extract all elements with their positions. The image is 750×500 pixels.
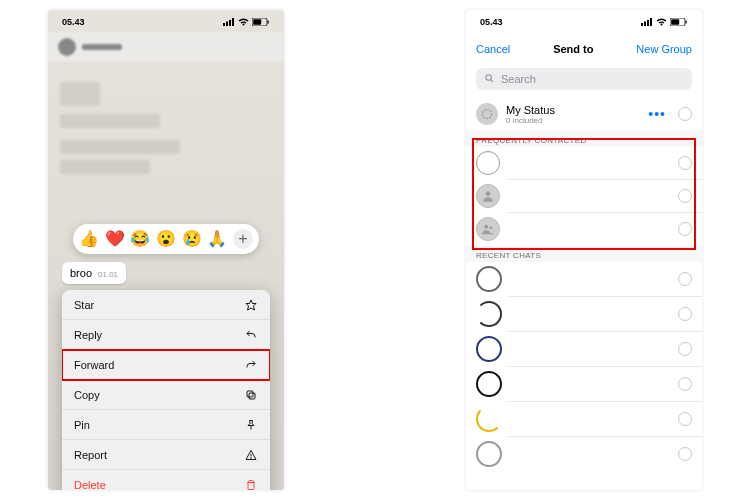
chat-row[interactable] — [466, 332, 702, 366]
copy-icon — [244, 388, 258, 402]
reaction-laugh[interactable]: 😂 — [130, 231, 150, 247]
chat-radio[interactable] — [678, 307, 692, 321]
contact-row[interactable] — [466, 180, 702, 212]
avatar — [476, 266, 502, 292]
menu-star[interactable]: Star — [62, 290, 270, 320]
avatar — [476, 301, 502, 327]
contact-radio[interactable] — [678, 156, 692, 170]
svg-rect-19 — [671, 19, 679, 25]
wifi-icon — [656, 18, 667, 26]
nav-bar: Cancel Send to New Group — [466, 34, 702, 64]
reaction-more-icon[interactable]: + — [233, 229, 253, 249]
menu-copy[interactable]: Copy — [62, 380, 270, 410]
menu-delete[interactable]: Delete — [62, 470, 270, 490]
reaction-sad[interactable]: 😢 — [182, 231, 202, 247]
reaction-bar: 👍 ❤️ 😂 😮 😢 🙏 + — [73, 224, 259, 254]
chat-row[interactable] — [466, 297, 702, 331]
message-text: broo — [70, 267, 92, 279]
menu-star-label: Star — [74, 299, 94, 311]
svg-rect-13 — [248, 483, 254, 490]
menu-forward-label: Forward — [74, 359, 114, 371]
contact-radio[interactable] — [678, 222, 692, 236]
chat-radio[interactable] — [678, 342, 692, 356]
context-menu: Star Reply Forward Copy Pin Report — [62, 290, 270, 490]
svg-rect-14 — [641, 23, 643, 26]
chat-radio[interactable] — [678, 412, 692, 426]
svg-rect-5 — [253, 19, 261, 25]
menu-report[interactable]: Report — [62, 440, 270, 470]
search-placeholder: Search — [501, 73, 536, 85]
svg-rect-16 — [647, 20, 649, 26]
avatar — [476, 217, 500, 241]
wifi-icon — [238, 18, 249, 26]
avatar — [476, 151, 500, 175]
avatar — [476, 184, 500, 208]
svg-rect-8 — [249, 393, 255, 399]
svg-point-12 — [251, 457, 252, 458]
svg-point-24 — [486, 191, 491, 196]
svg-rect-20 — [686, 21, 687, 24]
new-group-button[interactable]: New Group — [636, 43, 692, 55]
svg-line-22 — [491, 79, 493, 81]
cellular-icon — [641, 18, 653, 26]
status-time: 05.43 — [480, 17, 503, 27]
menu-reply[interactable]: Reply — [62, 320, 270, 350]
cancel-button[interactable]: Cancel — [476, 43, 510, 55]
status-bar: 05.43 — [48, 10, 284, 34]
battery-icon — [670, 18, 688, 26]
svg-point-21 — [486, 74, 492, 80]
phone-right: 05.43 Cancel Send to New Group Search My… — [466, 10, 702, 490]
cellular-icon — [223, 18, 235, 26]
selected-message: broo 01.01 — [62, 262, 126, 284]
svg-point-26 — [489, 226, 492, 229]
chat-row[interactable] — [466, 437, 702, 471]
my-status-radio[interactable] — [678, 107, 692, 121]
section-recent-chats: RECENT CHATS — [466, 245, 702, 262]
chat-row[interactable] — [466, 367, 702, 401]
search-input[interactable]: Search — [476, 68, 692, 90]
avatar — [476, 371, 502, 397]
search-icon — [484, 73, 495, 86]
chat-radio[interactable] — [678, 447, 692, 461]
report-icon — [244, 448, 258, 462]
menu-delete-label: Delete — [74, 479, 106, 490]
avatar — [476, 441, 502, 467]
status-bar: 05.43 — [466, 10, 702, 34]
svg-point-23 — [483, 110, 492, 119]
trash-icon — [244, 478, 258, 490]
svg-rect-1 — [226, 22, 228, 27]
menu-report-label: Report — [74, 449, 107, 461]
status-indicators — [223, 18, 270, 26]
reaction-wow[interactable]: 😮 — [156, 231, 176, 247]
pin-icon — [244, 418, 258, 432]
reaction-heart[interactable]: ❤️ — [105, 231, 125, 247]
avatar — [476, 336, 502, 362]
my-status-row[interactable]: My Status 0 included ••• — [466, 98, 702, 130]
my-status-more-icon[interactable]: ••• — [648, 106, 666, 122]
svg-rect-0 — [223, 23, 225, 26]
reaction-thumbs-up[interactable]: 👍 — [79, 231, 99, 247]
star-icon — [244, 298, 258, 312]
forward-icon — [244, 358, 258, 372]
contact-row[interactable] — [466, 213, 702, 245]
menu-pin[interactable]: Pin — [62, 410, 270, 440]
my-status-avatar — [476, 103, 498, 125]
chat-row[interactable] — [466, 402, 702, 436]
reaction-pray[interactable]: 🙏 — [207, 231, 227, 247]
chat-radio[interactable] — [678, 377, 692, 391]
avatar — [476, 406, 502, 432]
my-status-subtitle: 0 included — [506, 116, 640, 125]
menu-forward[interactable]: Forward — [62, 350, 270, 380]
my-status-title: My Status — [506, 104, 640, 116]
contact-row[interactable] — [466, 147, 702, 179]
contact-radio[interactable] — [678, 189, 692, 203]
svg-rect-2 — [229, 20, 231, 26]
menu-reply-label: Reply — [74, 329, 102, 341]
message-time: 01.01 — [98, 270, 118, 279]
svg-rect-3 — [232, 18, 234, 26]
chat-row[interactable] — [466, 262, 702, 296]
svg-rect-6 — [268, 21, 269, 24]
svg-rect-15 — [644, 22, 646, 27]
menu-pin-label: Pin — [74, 419, 90, 431]
chat-radio[interactable] — [678, 272, 692, 286]
